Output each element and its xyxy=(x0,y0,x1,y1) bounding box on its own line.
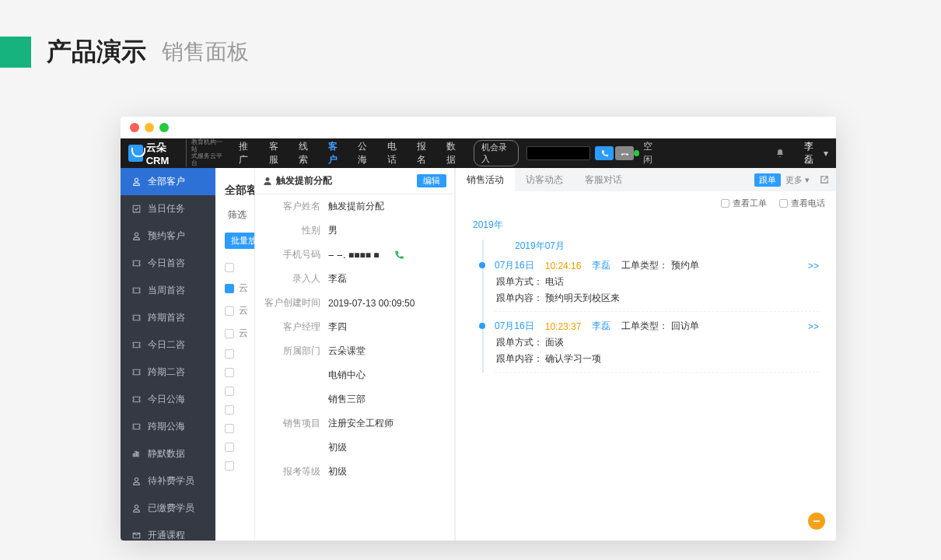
detail-value: 触发提前分配 xyxy=(328,200,384,213)
entry-type: 工单类型： 预约单 xyxy=(621,259,698,272)
detail-value: ‒ ‒. ■■■■ ■ xyxy=(328,250,380,261)
entry-content: 跟单内容： 预约明天到校区来 xyxy=(495,292,819,305)
detail-label: 客户创建时间 xyxy=(264,296,320,310)
checkbox[interactable] xyxy=(225,306,234,316)
chevron-down-icon[interactable]: ▾ xyxy=(824,148,828,159)
sidebar-item-label: 当周首咨 xyxy=(148,284,185,297)
tab-访客动态[interactable]: 访客动态 xyxy=(515,168,574,191)
timeline-body: 2019年 2019年07月 07月16日10:24:16李磊工单类型： 预约单… xyxy=(456,215,836,541)
sidebar-item-今日公海[interactable]: 今日公海 xyxy=(121,386,215,413)
call-button[interactable] xyxy=(595,146,614,160)
presence-status[interactable]: 空闲 xyxy=(634,140,659,166)
list-cell: 云 xyxy=(239,304,248,317)
sidebar-item-跨期公海[interactable]: 跨期公海 xyxy=(121,413,215,440)
checkbox[interactable] xyxy=(225,387,234,396)
sidebar-item-当周首咨[interactable]: 当周首咨 xyxy=(121,277,215,304)
nav-客服[interactable]: 客服 xyxy=(262,140,290,166)
timeline-entry: 07月16日10:24:16李磊工单类型： 预约单>>跟单方式： 电话跟单内容：… xyxy=(495,259,819,312)
call-buttons xyxy=(595,146,634,160)
checkbox[interactable] xyxy=(225,461,234,471)
topbar: 云朵CRM 教育机构一站 式服务云平台 推广客服线索客户公海电话报名数据 机会录… xyxy=(121,138,836,168)
entry-date: 07月16日 xyxy=(495,320,534,333)
sidebar-item-跨期二咨[interactable]: 跨期二咨 xyxy=(121,359,215,386)
nav-公海[interactable]: 公海 xyxy=(351,140,379,166)
detail-row: 销售三部 xyxy=(255,387,454,411)
sidebar-item-今日首咨[interactable]: 今日首咨 xyxy=(121,250,215,277)
detail-row: 手机号码‒ ‒. ■■■■ ■ xyxy=(255,243,454,267)
sidebar-item-label: 跨期公海 xyxy=(148,420,185,433)
nav-推广[interactable]: 推广 xyxy=(232,140,260,166)
timeline-dot xyxy=(479,323,485,329)
detail-row: 客户姓名触发提前分配 xyxy=(255,194,454,219)
min-dot[interactable] xyxy=(145,123,154,132)
sidebar-item-已缴费学员[interactable]: 已缴费学员 xyxy=(121,495,215,522)
timeline-filters: 查看工单 查看电话 xyxy=(456,191,836,215)
current-user[interactable]: 李磊 xyxy=(804,140,820,166)
sidebar-item-开通课程[interactable]: 开通课程 xyxy=(121,522,215,541)
phone-icon[interactable] xyxy=(394,250,404,261)
checkbox[interactable] xyxy=(225,405,234,415)
sidebar-item-label: 今日首咨 xyxy=(148,257,185,270)
timeline-entry: 07月16日10:23:37李磊工单类型： 回访单>>跟单方式： 面谈跟单内容：… xyxy=(495,320,819,373)
sidebar-item-静默数据[interactable]: 静默数据 xyxy=(121,440,215,467)
detail-value: 销售三部 xyxy=(328,393,366,406)
detail-row: 所属部门云朵课堂 xyxy=(255,339,454,363)
popout-icon[interactable] xyxy=(819,174,830,185)
detail-header: 触发提前分配 编辑 xyxy=(255,168,454,194)
detail-row: 客户经理李四 xyxy=(255,315,454,339)
nav-线索[interactable]: 线索 xyxy=(292,140,320,166)
opportunity-entry-button[interactable]: 机会录入 xyxy=(474,140,519,166)
detail-label: 性别 xyxy=(264,224,320,237)
hangup-button[interactable] xyxy=(615,146,634,160)
sidebar-item-待补费学员[interactable]: 待补费学员 xyxy=(121,467,215,495)
more-link[interactable]: 更多 ▾ xyxy=(785,174,810,186)
sidebar-item-全部客户[interactable]: 全部客户 xyxy=(121,168,215,195)
detail-label: 客户姓名 xyxy=(264,200,320,213)
detail-row: 销售项目注册安全工程师 xyxy=(255,411,454,436)
app-body: 全部客户当日任务预约客户今日首咨当周首咨跨期首咨今日二咨跨期二咨今日公海跨期公海… xyxy=(121,168,836,541)
search-input[interactable] xyxy=(526,146,590,160)
tab-客服对话[interactable]: 客服对话 xyxy=(574,168,633,191)
checkbox[interactable] xyxy=(225,329,234,338)
detail-title: 触发提前分配 xyxy=(276,174,332,187)
phone-icon xyxy=(600,149,609,158)
entry-user: 李磊 xyxy=(592,320,610,333)
sidebar-item-跨期首咨[interactable]: 跨期首咨 xyxy=(121,304,215,331)
checkbox[interactable] xyxy=(779,199,788,208)
tab-销售活动[interactable]: 销售活动 xyxy=(456,168,515,191)
entry-time: 10:23:37 xyxy=(545,321,582,332)
checkbox[interactable] xyxy=(225,368,234,377)
close-dot[interactable] xyxy=(130,123,139,132)
sidebar-item-label: 已缴费学员 xyxy=(148,502,194,515)
logo[interactable]: 云朵CRM 教育机构一站 式服务云平台 xyxy=(128,139,222,166)
filter-view-call[interactable]: 查看电话 xyxy=(779,198,825,209)
checkbox[interactable] xyxy=(225,349,234,359)
filter-view-ticket[interactable]: 查看工单 xyxy=(721,198,767,209)
entry-expand[interactable]: >> xyxy=(808,261,819,271)
sidebar-item-label: 预约客户 xyxy=(148,229,185,243)
checkbox[interactable] xyxy=(225,284,234,293)
bell-icon[interactable] xyxy=(775,148,785,159)
ticket-icon xyxy=(131,313,142,323)
nav-客户[interactable]: 客户 xyxy=(321,140,349,166)
nav-报名[interactable]: 报名 xyxy=(410,140,438,166)
sidebar-item-当日任务[interactable]: 当日任务 xyxy=(121,195,215,222)
nav-电话[interactable]: 电话 xyxy=(380,140,408,166)
follow-button[interactable]: 跟单 xyxy=(754,173,781,187)
entry-expand[interactable]: >> xyxy=(808,321,819,332)
edit-button[interactable]: 编辑 xyxy=(417,174,446,187)
list-cell: 云 xyxy=(239,327,248,340)
sidebar-item-label: 跨期首咨 xyxy=(148,311,185,324)
sidebar-item-预约客户[interactable]: 预约客户 xyxy=(121,222,215,250)
help-fab[interactable]: – xyxy=(808,513,825,530)
user-icon xyxy=(263,177,272,186)
nav-数据[interactable]: 数据 xyxy=(439,140,467,166)
timeline-month: 2019年07月 xyxy=(515,240,819,253)
checkbox[interactable] xyxy=(225,424,234,433)
sidebar-item-今日二咨[interactable]: 今日二咨 xyxy=(121,331,215,359)
max-dot[interactable] xyxy=(159,123,169,132)
ticket-icon xyxy=(131,285,142,296)
checkbox[interactable] xyxy=(225,443,234,452)
checkbox[interactable] xyxy=(721,199,729,208)
checkbox[interactable] xyxy=(225,263,234,272)
